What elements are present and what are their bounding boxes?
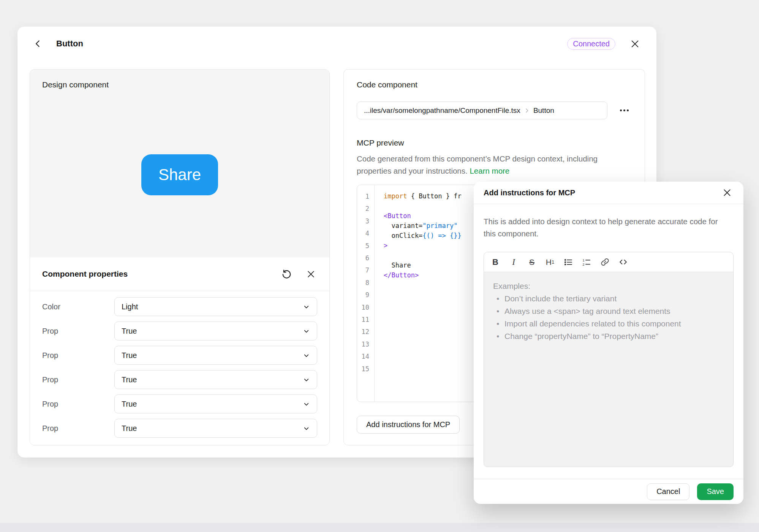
chevron-down-icon [303,401,310,408]
property-rows: ColorLightPropTruePropTruePropTruePropTr… [42,291,317,438]
mcp-preview-description: Code generated from this component’s MCP… [357,153,609,177]
instructions-editor: B I S H1 12 Examples: Don’t inc [484,252,734,467]
svg-text:1: 1 [583,258,585,262]
placeholder-example-item: Always use a <span> tag around text elem… [493,305,724,317]
line-number: 14 [357,350,369,363]
cancel-button[interactable]: Cancel [647,483,689,500]
property-label: Prop [42,327,114,336]
line-number: 15 [357,363,369,375]
line-number-gutter: 123456789101112131415 [357,185,375,402]
property-dropdown[interactable]: Light [114,297,317,316]
heading-1-icon[interactable]: H1 [543,255,557,269]
save-button[interactable]: Save [697,483,734,500]
learn-more-link[interactable]: Learn more [470,166,509,175]
strikethrough-icon[interactable]: S [525,255,539,269]
chevron-down-icon [303,376,310,383]
more-options-button[interactable] [617,103,632,118]
add-instructions-button[interactable]: Add instructions for MCP [357,416,460,434]
chevron-down-icon [303,303,310,310]
bulleted-list-icon[interactable] [561,255,575,269]
dropdown-value: Light [122,302,303,311]
modal-description: This is added into design context to hel… [484,215,727,240]
chevron-down-icon [303,425,310,432]
placeholder-example-item: Import all dependencies related to this … [493,317,724,330]
property-dropdown[interactable]: True [114,370,317,389]
design-preview-area: Design component Share [30,70,329,257]
reset-icon [281,269,292,279]
component-file-breadcrumb[interactable]: ...iles/var/somelongpathname/ComponentFi… [357,101,607,119]
line-number: 9 [357,289,369,301]
close-icon [306,269,316,279]
component-name: Button [533,106,554,115]
property-label: Prop [42,375,114,384]
chevron-down-icon [303,352,310,359]
property-row: PropTrue [42,321,317,340]
line-number: 12 [357,326,369,338]
close-icon [722,188,732,198]
property-row: PropTrue [42,394,317,413]
line-number: 13 [357,338,369,350]
window-header: Button Connected [17,27,656,61]
property-label: Prop [42,400,114,408]
component-properties-title: Component properties [42,269,128,279]
mcp-preview-title: MCP preview [357,138,632,147]
line-number: 5 [357,240,369,252]
line-number: 7 [357,264,369,276]
property-dropdown[interactable]: True [114,394,317,413]
dropdown-value: True [122,424,303,433]
design-stage: Share [30,70,329,257]
line-number: 1 [357,190,369,203]
chevron-right-icon [524,108,530,114]
window-close-button[interactable] [628,37,641,50]
back-button[interactable] [31,37,45,51]
dropdown-value: True [122,351,303,360]
line-number: 4 [357,227,369,239]
component-properties-header: Component properties [42,257,317,291]
property-row: PropTrue [42,346,317,365]
line-number: 11 [357,314,369,326]
placeholder-example-item: Change “propertyName” to “PropertyName” [493,330,724,342]
editor-toolbar: B I S H1 12 [484,252,733,272]
modal-footer: Cancel Save [474,479,743,504]
code-panel-title: Code component [357,80,632,89]
property-dropdown[interactable]: True [114,346,317,365]
close-properties-button[interactable] [304,268,317,280]
line-number: 10 [357,301,369,314]
modal-header: Add instructions for MCP [474,182,743,204]
close-icon [630,39,640,49]
modal-title: Add instructions for MCP [484,188,721,197]
component-properties-panel: Component properties ColorLightPropTrueP… [30,257,329,445]
property-dropdown[interactable]: True [114,419,317,438]
property-row: ColorLight [42,297,317,316]
chevron-down-icon [303,328,310,335]
svg-text:2: 2 [583,262,585,266]
property-row: PropTrue [42,370,317,389]
placeholder-example-item: Don’t include the tertiary variant [493,292,724,305]
code-icon[interactable] [616,255,630,269]
dropdown-value: True [122,375,303,384]
line-number: 2 [357,203,369,215]
placeholder-examples: Don’t include the tertiary variantAlways… [493,292,724,342]
property-label: Prop [42,424,114,433]
share-button-preview[interactable]: Share [141,154,218,195]
property-row: PropTrue [42,419,317,438]
modal-close-button[interactable] [721,186,734,199]
dropdown-value: True [122,400,303,408]
file-path: ...iles/var/somelongpathname/ComponentFi… [364,106,520,115]
ellipsis-icon [620,109,622,111]
screen-bottom-edge [0,523,759,532]
italic-icon[interactable]: I [507,255,520,269]
property-label: Color [42,302,114,311]
instructions-input[interactable]: Examples: Don’t include the tertiary var… [484,272,733,467]
add-instructions-modal: Add instructions for MCP This is added i… [474,182,743,504]
reset-properties-button[interactable] [280,268,293,280]
property-label: Prop [42,351,114,360]
design-panel: Design component Share Component propert… [30,69,330,445]
placeholder-heading: Examples: [493,280,724,292]
link-icon[interactable] [598,255,612,269]
line-number: 3 [357,215,369,227]
numbered-list-icon[interactable]: 12 [580,255,593,269]
chevron-left-icon [33,39,43,49]
bold-icon[interactable]: B [489,255,502,269]
property-dropdown[interactable]: True [114,321,317,340]
